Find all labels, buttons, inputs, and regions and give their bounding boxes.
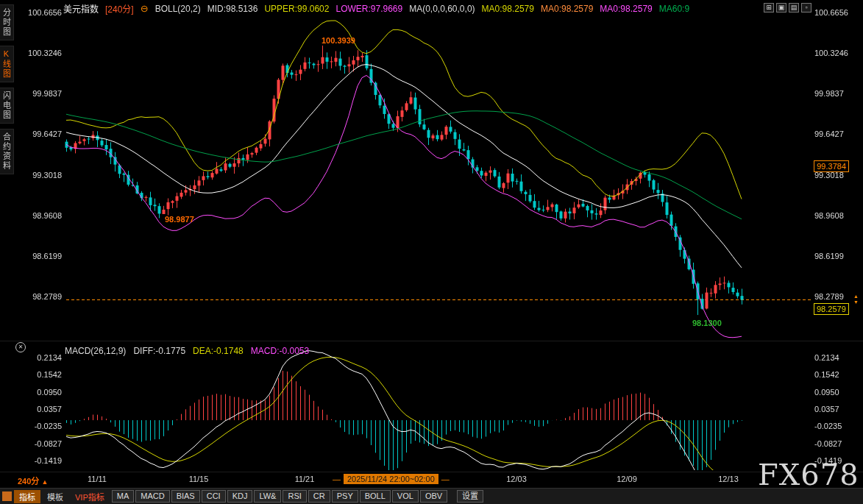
macd-tick-label: 0.0950 [0, 388, 62, 397]
window-control-icon[interactable]: ▤ [789, 3, 799, 13]
indicator-buttons: MAMACDBIASCCIKDJLW&RSICRPSYBOLLVOLOBV [112, 490, 447, 503]
boll-upper-value: UPPER:99.0602 [264, 4, 329, 14]
x-axis-date-label: 11/15 [189, 475, 209, 483]
period-label[interactable]: [240分] [105, 2, 134, 15]
price-tick-label: 100.6656 [814, 8, 862, 17]
period-text: 240分 [18, 477, 39, 486]
macd-tick-label: -0.0235 [814, 422, 862, 430]
macd-tick-label: 0.2134 [814, 353, 862, 362]
window-controls: ⊞▣▤▫ [764, 3, 811, 13]
low-price-annotation-2: 98.1300 [692, 319, 722, 327]
macd-diff-value: DIFF:-0.1775 [133, 346, 185, 356]
toolbar-tabs: 指标模板VIP指标 [14, 490, 110, 503]
price-tick-label: 98.6199 [0, 252, 62, 260]
macd-name: MACD(26,12,9) [65, 346, 126, 356]
settings-button[interactable]: 设置 [457, 490, 483, 503]
price-tick-label: 99.9837 [814, 89, 862, 98]
indicator-button-VOL[interactable]: VOL [392, 490, 419, 503]
toolbar-tab-VIP指标[interactable]: VIP指标 [70, 490, 110, 503]
chart-canvas[interactable] [0, 0, 863, 504]
indicator-button-CR[interactable]: CR [308, 490, 330, 503]
macd-dea-value: DEA:-0.1748 [193, 346, 244, 356]
indicator-button-RSI[interactable]: RSI [283, 490, 306, 503]
x-axis-date-label: 12/03 [506, 475, 527, 483]
indicator-button-PSY[interactable]: PSY [332, 490, 358, 503]
indicator-button-MA[interactable]: MA [112, 490, 135, 503]
brand-watermark: FX678 [758, 458, 859, 491]
price-tick-label: 99.6427 [0, 129, 62, 138]
chart-header: 美元指数 [240分] ⊖ BOLL(20,2) MID:98.5136 UPP… [63, 2, 689, 15]
crosshair-time-readout: — 2025/11/24 22:00~02:00 — [333, 474, 450, 484]
low-price-annotation-1: 98.9877 [165, 215, 194, 224]
indicator-button-KDJ[interactable]: KDJ [227, 490, 253, 503]
macd-tick-label: -0.0827 [814, 439, 862, 448]
boll-mid-value: MID:98.5136 [207, 4, 258, 14]
boll-label: BOLL(20,2) [155, 4, 201, 14]
dash-left-icon: — [333, 475, 341, 483]
macd-tick-label: -0.1419 [0, 456, 62, 465]
indicator-button-CCI[interactable]: CCI [202, 490, 226, 503]
ma-config-label: MA(0,0,0,60,0,0) [409, 4, 475, 14]
indicator-button-BIAS[interactable]: BIAS [171, 490, 200, 503]
price-tick-label: 100.3246 [0, 49, 62, 57]
macd-tick-label: 0.0357 [814, 405, 862, 414]
window-control-icon[interactable]: ▫ [801, 3, 811, 13]
price-tick-label: 100.6656 [0, 8, 62, 17]
macd-tick-label: 0.0950 [814, 388, 862, 397]
x-axis-date-label: 12/13 [718, 475, 739, 483]
indicator-button-LW&[interactable]: LW& [254, 490, 281, 503]
macd-tick-label: -0.0827 [0, 439, 62, 448]
macd-tick-label: 0.1542 [814, 370, 862, 379]
price-tick-label: 99.6427 [814, 129, 862, 138]
indicator-toggle-icon[interactable]: ✕ [15, 342, 26, 352]
price-tick-label: 98.9608 [814, 211, 862, 220]
price-tick-label: 98.2789 [0, 292, 62, 301]
toolbar-tab-模板[interactable]: 模板 [42, 490, 68, 503]
macd-tick-label: 0.1542 [0, 370, 62, 379]
x-axis-date-label: 11/21 [295, 475, 315, 483]
x-axis-row: 240分 ▲ 11/1111/1511/2112/0312/0912/13 — … [0, 474, 863, 487]
reference-price-badge: 99.3784 [814, 160, 849, 172]
x-axis-date-label: 11/11 [88, 475, 107, 483]
macd-indicator-header: MACD(26,12,9) DIFF:-0.1775 DEA:-0.1748 M… [65, 346, 309, 356]
period-selector-button[interactable]: 240分 ▲ [18, 475, 48, 486]
ma-value-2: MA0:98.2579 [541, 4, 593, 14]
last-price-badge: 98.2579 [814, 303, 849, 315]
price-tick-label: 99.9837 [0, 89, 62, 98]
app-root: 美元指数 [240分] ⊖ BOLL(20,2) MID:98.5136 UPP… [0, 0, 863, 504]
window-control-icon[interactable]: ▣ [776, 3, 786, 13]
boll-lower-value: LOWER:97.9669 [335, 4, 402, 14]
price-tick-label: 99.3018 [0, 171, 62, 180]
macd-tick-label: -0.0235 [0, 422, 62, 430]
price-tick-label: 98.9608 [0, 211, 62, 220]
indicator-button-OBV[interactable]: OBV [420, 490, 447, 503]
peak-price-annotation: 100.3939 [322, 36, 355, 45]
indicator-button-BOLL[interactable]: BOLL [360, 490, 391, 503]
macd-tick-label: 0.2134 [0, 353, 62, 362]
macd-hist-value: MACD:-0.0053 [251, 346, 309, 356]
indicator-button-MACD[interactable]: MACD [135, 490, 169, 503]
crosshair-time-badge: 2025/11/24 22:00~02:00 [344, 474, 438, 484]
bottom-toolbar: 指标模板VIP指标 MAMACDBIASCCIKDJLW&RSICRPSYBOL… [0, 488, 863, 504]
toolbar-tab-指标[interactable]: 指标 [14, 490, 40, 503]
symbol-name: 美元指数 [63, 2, 99, 15]
dash-right-icon: — [441, 475, 450, 483]
toolbar-handle[interactable] [2, 491, 12, 501]
period-up-icon: ▲ [41, 478, 48, 486]
axis-scroll-up-icon[interactable]: ▲ [853, 294, 859, 299]
price-tick-label: 100.3246 [814, 49, 862, 57]
axis-scroll-down-icon[interactable]: ▼ [853, 299, 859, 305]
ma-value-3: MA0:98.2579 [600, 4, 652, 14]
axis-divider [0, 472, 863, 472]
panel-divider [0, 341, 863, 341]
collapse-icon[interactable]: ⊖ [141, 3, 149, 14]
price-tick-label: 98.6199 [814, 252, 862, 260]
macd-tick-label: 0.0357 [0, 405, 62, 414]
x-axis-date-label: 12/09 [617, 475, 637, 483]
window-control-icon[interactable]: ⊞ [764, 3, 774, 13]
ma-value-1: MA0:98.2579 [482, 4, 534, 14]
ma60-value: MA60:9 [659, 4, 689, 14]
